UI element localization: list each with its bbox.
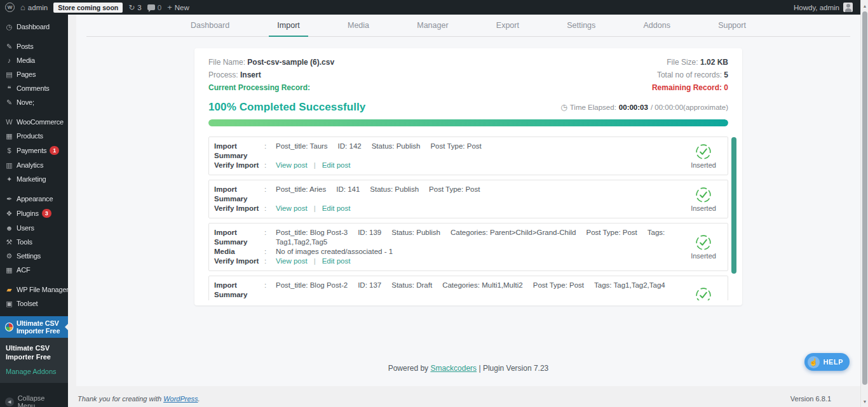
sidebar-item-nove[interactable]: ✎Nove;: [0, 95, 68, 109]
sidebar-item-tools[interactable]: ⚒Tools: [0, 235, 68, 249]
media-icon: ♪: [5, 57, 13, 64]
plugin-version-text: | Plugin Version 7.23: [477, 364, 548, 373]
sidebar-item-settings[interactable]: ⚙Settings: [0, 249, 68, 263]
wordpress-link[interactable]: WordPress: [163, 395, 198, 403]
link-separator: |: [314, 161, 316, 170]
file-size-value: 1.02 KB: [700, 58, 728, 67]
import-record-row: Import Summary : Post_title: AriesID: 14…: [208, 180, 728, 218]
submenu-item-ultimate-csv-importer-free[interactable]: Ultimate CSV Importer Free: [0, 342, 68, 364]
wordpress-logo-icon[interactable]: W: [5, 3, 15, 12]
sidebar-item-acf[interactable]: ▦ACF: [0, 263, 68, 277]
sidebar-item-label: Nove;: [17, 98, 34, 106]
tab-export[interactable]: Export: [488, 15, 527, 37]
sidebar-item-ultimate-csv-importer-free[interactable]: Ultimate CSV Importer Free: [0, 316, 68, 338]
list-scrollbar-thumb[interactable]: [731, 137, 736, 274]
scrollbar-thumb[interactable]: [862, 11, 867, 385]
sidebar-item-media[interactable]: ♪Media: [0, 53, 68, 67]
summary-field: Post Type: Post: [430, 142, 481, 150]
tab-media[interactable]: Media: [339, 15, 377, 37]
media-text: No of images created/associated - 1: [276, 247, 393, 257]
sidebar-item-label: Ultimate CSV Importer Free: [17, 319, 64, 335]
admin-sidebar: ◷Dashboard✎Posts♪Media▤Pages❝Comments✎No…: [0, 15, 68, 407]
collapse-menu-label: Collapse Menu: [18, 394, 63, 407]
sidebar-item-toolset[interactable]: ▣Toolset: [0, 297, 68, 310]
sidebar-item-appearance[interactable]: ✒Appearance: [0, 192, 68, 206]
sidebar-item-label: Posts: [17, 43, 34, 50]
sidebar-item-dashboard[interactable]: ◷Dashboard: [0, 20, 68, 34]
sidebar-item-label: Tools: [17, 238, 32, 246]
colon: :: [264, 228, 276, 247]
tab-settings[interactable]: Settings: [559, 15, 604, 37]
tab-manager[interactable]: Manager: [409, 15, 456, 37]
remaining-record-value: 0: [724, 83, 728, 92]
sidebar-item-woocommerce[interactable]: WWooCommerce: [0, 115, 68, 129]
sidebar-item-posts[interactable]: ✎Posts: [0, 39, 68, 53]
sidebar-item-label: Settings: [17, 252, 41, 260]
process-value: Insert: [240, 70, 261, 79]
summary-field: ID: 139: [358, 229, 381, 236]
view-post-link[interactable]: View post: [276, 161, 308, 170]
sidebar-item-products[interactable]: ▦Products: [0, 129, 68, 143]
view-post-link[interactable]: View post: [276, 257, 308, 266]
submenu-item-manage-addons[interactable]: Manage Addons: [0, 364, 68, 377]
edit-post-link[interactable]: Edit post: [322, 257, 351, 266]
sidebar-item-payments[interactable]: $Payments1: [0, 143, 68, 158]
collapse-arrow-icon: ◀: [5, 397, 14, 406]
tab-addons[interactable]: Addons: [635, 15, 679, 37]
collapse-menu-button[interactable]: ◀ Collapse Menu: [0, 390, 68, 407]
footer-thanks-text: Thank you for creating with WordPress.: [78, 395, 200, 403]
pin-icon: ✎: [5, 43, 13, 50]
browser-scrollbar[interactable]: ▲ ▼: [860, 0, 868, 407]
tab-dashboard[interactable]: Dashboard: [182, 15, 238, 37]
sidebar-item-analytics[interactable]: ▥Analytics: [0, 158, 68, 172]
sidebar-item-plugins[interactable]: ❖Plugins3: [0, 206, 68, 221]
total-records-value: 5: [724, 70, 728, 79]
import-status-card: File Name: Post-csv-sample (6).csv Proce…: [194, 48, 742, 305]
inserted-status-label: Inserted: [691, 252, 716, 260]
user-avatar: [843, 3, 853, 12]
sidebar-item-label: Pages: [17, 70, 36, 78]
sidebar-item-label: WP File Manager: [17, 286, 69, 293]
edit-post-link[interactable]: Edit post: [322, 161, 351, 170]
woocommerce-icon: W: [5, 118, 13, 126]
help-button[interactable]: ☝ HELP: [804, 353, 850, 371]
site-name-link[interactable]: ⌂ admin: [20, 3, 48, 11]
new-content-link[interactable]: + New: [167, 3, 189, 11]
media-text: No of images created/associated - 1: [276, 300, 393, 300]
updates-link[interactable]: ↻ 3: [128, 4, 141, 11]
summary-field: Post_title: Blog Post-3: [276, 229, 348, 236]
updates-icon: ↻: [128, 4, 135, 11]
colon: :: [264, 185, 276, 204]
comments-count: 0: [158, 4, 161, 11]
view-post-link[interactable]: View post: [276, 204, 308, 213]
progress-fill: [208, 119, 728, 126]
comments-link[interactable]: 0: [147, 4, 161, 11]
wp-admin-bar: W ⌂ admin Store coming soon ↻ 3 0 + New …: [0, 0, 868, 15]
summary-field: ID: 142: [338, 142, 362, 150]
scroll-down-arrow-icon[interactable]: ▼: [861, 397, 868, 406]
store-coming-soon-badge[interactable]: Store coming soon: [53, 3, 123, 13]
help-label: HELP: [824, 358, 843, 366]
edit-post-link[interactable]: Edit post: [322, 204, 351, 213]
sidebar-menu: ◷Dashboard✎Posts♪Media▤Pages❝Comments✎No…: [0, 20, 68, 338]
sidebar-item-pages[interactable]: ▤Pages: [0, 67, 68, 81]
plugins-icon: ❖: [5, 210, 13, 217]
import-summary-fields: Post_title: Blog Post-3ID: 139Status: Pu…: [276, 228, 683, 247]
hand-icon: ☝: [808, 356, 820, 368]
smackcoders-link[interactable]: Smackcoders: [430, 364, 477, 373]
analytics-icon: ▥: [5, 161, 13, 169]
howdy-account-link[interactable]: Howdy, admin: [794, 4, 839, 11]
settings-icon: ⚙: [5, 252, 13, 260]
sidebar-item-wp-file-manager[interactable]: ▰WP File Manager: [0, 283, 68, 297]
tab-support[interactable]: Support: [710, 15, 754, 37]
sidebar-item-label: Comments: [17, 84, 50, 92]
sidebar-item-marketing[interactable]: ✦Marketing: [0, 172, 68, 186]
sidebar-item-comments[interactable]: ❝Comments: [0, 81, 68, 95]
colon: :: [264, 142, 276, 161]
home-icon: ⌂: [20, 3, 25, 11]
summary-field: Post Type: Post: [533, 281, 584, 289]
scroll-up-arrow-icon[interactable]: ▲: [861, 1, 868, 10]
sidebar-item-users[interactable]: ☻Users: [0, 221, 68, 235]
tab-import[interactable]: Import: [269, 15, 308, 37]
import-summary-label: Import Summary: [214, 228, 264, 247]
